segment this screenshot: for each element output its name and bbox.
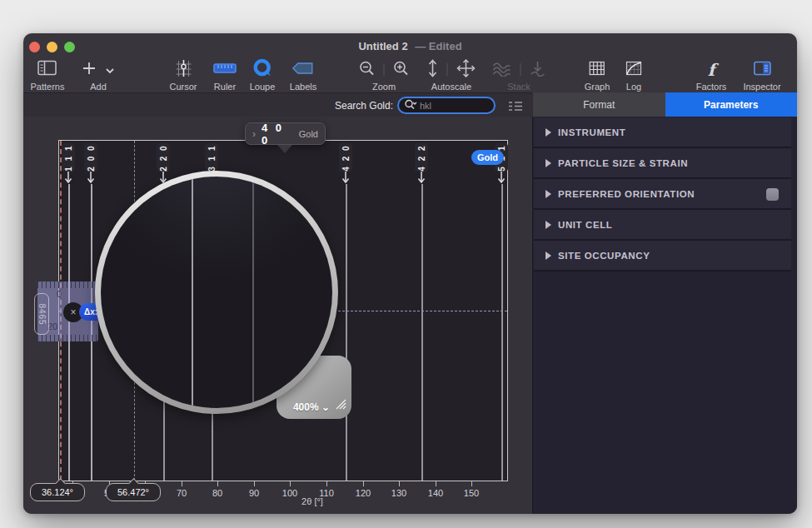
zoom-label: Zoom — [372, 82, 396, 92]
add-button[interactable]: Add — [82, 58, 115, 92]
x-axis-title: 2θ [°] — [271, 496, 354, 506]
axis-tick — [182, 481, 182, 486]
axis-tick — [363, 481, 364, 486]
cursor-value-callout-left[interactable]: 36.124° — [30, 483, 85, 501]
loupe-view — [101, 177, 332, 408]
ruler-value-tab[interactable]: 8465 — [34, 293, 49, 335]
axis-tick — [254, 481, 255, 486]
tooltip-phase: Gold — [299, 129, 318, 139]
separator — [521, 63, 521, 76]
labels-label: Labels — [290, 82, 316, 92]
peak-label-422[interactable]: 4 2 2 — [415, 143, 428, 172]
tick-label: 90 — [242, 488, 267, 498]
resize-grip-icon[interactable] — [334, 397, 346, 413]
titlebar: Untitled 2 — Edited — [23, 33, 797, 58]
ruler-button[interactable]: Ruler — [213, 58, 237, 92]
tick-label: 150 — [459, 488, 484, 498]
axis-tick — [290, 481, 291, 486]
tick-label: 80 — [205, 488, 230, 498]
search-scope-label: Search Gold: — [335, 100, 393, 112]
loupe-zoom-value[interactable]: 400% ⌄ — [293, 401, 330, 413]
cursor-button[interactable]: Cursor — [169, 58, 197, 92]
tab-parameters[interactable]: Parameters — [665, 92, 798, 117]
cursor-value-callout-right[interactable]: 56.472° — [106, 483, 161, 501]
graph-button[interactable]: Graph — [585, 58, 610, 92]
search-input[interactable]: hkl — [397, 97, 496, 114]
separator — [384, 63, 385, 76]
ruler-zero-label: 0 — [57, 289, 62, 299]
peak-label-220[interactable]: 2 2 0 — [157, 143, 170, 172]
peak-line-422 — [421, 184, 423, 481]
disclosure-triangle-icon[interactable] — [545, 221, 551, 229]
log-scale-icon — [625, 61, 642, 79]
down-arrow-icon — [87, 172, 95, 187]
labels-tag-icon — [292, 62, 314, 78]
search-placeholder: hkl — [420, 101, 431, 111]
stack-control: Stack — [492, 58, 546, 92]
ruler-ticks — [37, 281, 98, 288]
inspector-panel-icon — [753, 61, 771, 79]
disclosure-triangle-icon[interactable] — [545, 128, 551, 137]
peak-label-111[interactable]: 1 1 1 — [62, 143, 75, 172]
add-label: Add — [90, 82, 107, 92]
section-site-occupancy[interactable]: SITE OCCUPANCY — [534, 241, 791, 271]
chart-pane: 1 1 1 2 0 0 2 2 0 3 1 1 4 2 0 4 2 2 5 1 … — [23, 117, 533, 514]
magnified-peak-line — [252, 177, 254, 408]
cursor-label: Cursor — [169, 82, 197, 92]
labels-button[interactable]: Labels — [290, 58, 316, 92]
ruler-ticks — [37, 335, 98, 341]
stack-label: Stack — [507, 82, 531, 92]
tick-label: 70 — [169, 488, 194, 498]
axis-tick — [326, 481, 327, 486]
document-title: Untitled 2 — [358, 40, 407, 52]
peak-line-420 — [346, 184, 347, 481]
search-results-list-icon[interactable] — [508, 100, 523, 115]
axis-tick — [436, 481, 436, 486]
autoscale-vertical-icon[interactable] — [427, 59, 439, 81]
peak-label-420[interactable]: 4 2 0 — [339, 143, 352, 172]
disclosure-triangle-icon[interactable] — [545, 252, 551, 260]
log-label: Log — [626, 82, 641, 92]
zoom-control: Zoom — [359, 58, 410, 92]
disclosure-triangle-icon[interactable] — [545, 190, 551, 198]
patterns-label: Patterns — [31, 82, 65, 92]
log-button[interactable]: Log — [625, 58, 642, 92]
inspector-button[interactable]: Inspector — [743, 58, 780, 92]
zoom-in-icon[interactable] — [393, 60, 410, 80]
down-arrow-icon — [64, 172, 72, 187]
zoom-out-icon[interactable] — [359, 60, 376, 80]
preferred-orientation-checkbox[interactable] — [766, 188, 779, 201]
axis-tick — [471, 481, 472, 486]
stack-waves-icon[interactable] — [492, 60, 512, 80]
magnified-peak-line — [192, 177, 193, 408]
factors-button[interactable]: f Factors — [696, 58, 727, 92]
autoscale-move-icon[interactable] — [456, 58, 476, 82]
measurement-ruler[interactable]: 0 20 8465 × Δx: 2 — [37, 281, 98, 341]
autoscale-label: Autoscale — [431, 82, 471, 92]
autoscale-control: Autoscale — [427, 58, 476, 92]
plus-icon — [82, 61, 97, 79]
disclosure-triangle-icon[interactable] — [545, 159, 551, 167]
section-particle-size-strain[interactable]: PARTICLE SIZE & STRAIN — [534, 148, 791, 179]
patterns-icon — [37, 60, 57, 79]
section-preferred-orientation[interactable]: PREFERRED ORIENTATION — [534, 179, 791, 210]
document-status: — Edited — [415, 40, 461, 52]
section-instrument[interactable]: INSTRUMENT — [534, 117, 791, 148]
legend-badge-gold[interactable]: Gold — [471, 150, 504, 165]
inspector-tabs: Format Parameters — [533, 92, 797, 117]
peak-label-200[interactable]: 2 0 0 — [84, 143, 97, 172]
loupe-button[interactable]: Loupe — [250, 58, 276, 92]
stack-collapse-icon[interactable] — [530, 60, 546, 80]
peak-label-311[interactable]: 3 1 1 — [205, 143, 218, 172]
down-arrow-icon — [341, 172, 350, 187]
cursor-icon — [174, 59, 192, 81]
tab-format[interactable]: Format — [533, 92, 665, 117]
loupe-label: Loupe — [250, 82, 276, 92]
chevron-down-icon[interactable] — [105, 62, 115, 77]
patterns-button[interactable]: Patterns — [31, 58, 65, 92]
graph-label: Graph — [585, 82, 610, 92]
tooltip-chevron[interactable]: › — [252, 128, 256, 140]
loupe-magnifier[interactable] — [95, 171, 338, 414]
ruler-icon — [213, 62, 237, 77]
section-unit-cell[interactable]: UNIT CELL — [534, 210, 791, 241]
